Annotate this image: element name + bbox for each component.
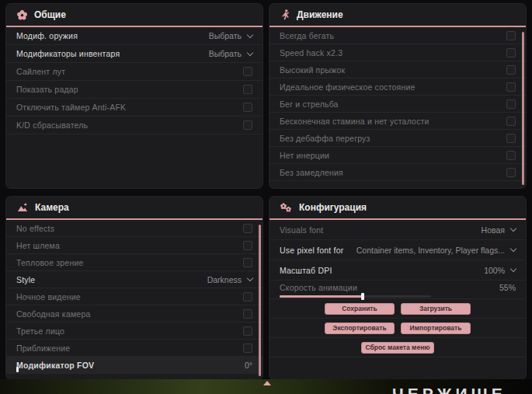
slider-fill <box>280 295 363 298</box>
button-row: Сохранить Загрузить <box>269 299 526 319</box>
setting-label: Показать радар <box>16 85 78 94</box>
checkbox[interactable] <box>506 151 516 160</box>
setting-row: Всегда бегать <box>269 27 526 44</box>
dropdown[interactable]: Container items, Inventory, Player flags… <box>356 246 516 255</box>
setting-label: Модиф. оружия <box>16 31 78 40</box>
setting-row: Нет шлема <box>6 237 263 254</box>
save-button[interactable]: Сохранить <box>325 303 395 315</box>
setting-row: Бег и стрельба <box>269 96 526 113</box>
setting-row: Модиф. оружия Выбрать <box>6 27 263 45</box>
slider-value: 55% <box>499 283 516 292</box>
setting-label: Нет инерции <box>280 151 329 160</box>
setting-row: Use pixel font for Container items, Inve… <box>269 240 526 260</box>
setting-label: Сайлент лут <box>16 67 65 76</box>
animation-speed-row: Скорость анимации 55% <box>269 281 526 299</box>
panel-title: Движение <box>297 9 343 20</box>
panel-general-header: Общие <box>6 4 263 27</box>
checkbox[interactable] <box>506 134 516 143</box>
button-row: Сброс макета меню <box>269 338 526 357</box>
dropdown[interactable]: Darkness <box>207 275 252 284</box>
setting-row: Третье лицо <box>6 323 263 340</box>
checkbox[interactable] <box>243 241 252 250</box>
dropdown[interactable]: Выбрать <box>209 49 252 58</box>
chevron-down-icon <box>247 49 253 55</box>
panel-title: Камера <box>35 202 69 213</box>
setting-label: K/D сбрасыватель <box>16 120 88 130</box>
setting-label: Нет шлема <box>16 241 60 250</box>
setting-row: Нет инерции <box>269 147 526 164</box>
checkbox[interactable] <box>243 103 252 112</box>
animation-speed-slider[interactable] <box>280 295 431 298</box>
checkbox[interactable] <box>243 343 252 353</box>
checkbox[interactable] <box>243 67 252 76</box>
import-button[interactable]: Импортировать <box>401 323 471 334</box>
checkbox[interactable] <box>506 99 516 109</box>
setting-row: Модификаторы инвентаря Выбрать <box>6 45 263 63</box>
setting-row: Бесконечная стамина и нет усталости <box>269 113 526 130</box>
setting-label: Style <box>16 275 35 284</box>
image-icon <box>17 203 28 212</box>
setting-row: Свободная камера <box>6 305 263 323</box>
panel-title: Конфигурация <box>299 202 367 213</box>
cursor-triangle-icon <box>263 381 271 385</box>
setting-label: Модификаторы инвентаря <box>16 49 120 58</box>
setting-label: Высокий прыжок <box>280 65 345 75</box>
panel-title: Общие <box>34 9 66 20</box>
setting-label: Use pixel font for <box>280 246 343 255</box>
checkbox[interactable] <box>243 120 252 130</box>
setting-label: Тепловое зрение <box>16 258 84 267</box>
chevron-down-icon <box>510 246 516 252</box>
setting-label: Третье лицо <box>16 326 64 336</box>
checkbox[interactable] <box>243 326 252 336</box>
setting-row: Тепловое зрение <box>6 254 263 271</box>
dropdown[interactable]: Выбрать <box>209 31 252 40</box>
runner-icon <box>280 9 290 20</box>
chevron-down-icon <box>247 31 253 37</box>
slider-handle[interactable] <box>16 367 19 372</box>
panel-general: Общие Модиф. оружия Выбрать Модификаторы… <box>6 4 263 188</box>
load-button[interactable]: Загрузить <box>401 303 471 315</box>
slider-handle[interactable] <box>361 293 364 300</box>
checkbox[interactable] <box>506 168 516 177</box>
dropdown[interactable]: 100% <box>484 266 516 275</box>
checkbox[interactable] <box>243 292 252 302</box>
checkbox[interactable] <box>506 82 516 92</box>
checkbox[interactable] <box>506 48 516 58</box>
setting-label: Приближение <box>16 343 70 353</box>
setting-label: Speed hack x2.3 <box>280 48 342 58</box>
scrollbar[interactable] <box>259 225 261 376</box>
checkbox[interactable] <box>243 258 252 267</box>
setting-label: Скорость анимации <box>280 283 357 292</box>
setting-row: No effects <box>6 220 263 237</box>
checkbox[interactable] <box>243 309 252 319</box>
setting-label: Всегда бегать <box>280 31 334 40</box>
checkbox[interactable] <box>243 85 252 94</box>
setting-row: Style Darkness <box>6 271 263 288</box>
panel-camera: Камера No effects Нет шлема Тепловое зре… <box>6 197 263 379</box>
chevron-down-icon <box>510 266 516 272</box>
scrollbar[interactable] <box>522 32 524 185</box>
checkbox[interactable] <box>506 31 516 40</box>
setting-row: Без замедления <box>269 164 526 181</box>
watermark-text: ЧЕРЖИШЕ <box>392 385 506 394</box>
setting-label: Свободная камера <box>16 309 90 319</box>
chevron-down-icon <box>510 225 516 232</box>
reset-menu-layout-button[interactable]: Сброс макета меню <box>361 342 434 354</box>
setting-label: Масштаб DPI <box>280 266 332 275</box>
setting-row: Сайлент лут <box>6 63 263 81</box>
setting-label: Бег и стрельба <box>280 99 339 109</box>
button-row: Экспортировать Импортировать <box>269 319 526 338</box>
checkbox[interactable] <box>243 224 252 233</box>
setting-label: Ночное видение <box>16 292 81 302</box>
fov-modifier-row[interactable]: Модификатор FOV 0° <box>6 357 263 374</box>
setting-row: Visuals font Новая <box>269 220 526 240</box>
panel-camera-header: Камера <box>6 197 263 220</box>
setting-row: Масштаб DPI 100% <box>269 260 526 281</box>
setting-label: Visuals font <box>280 225 324 235</box>
setting-label: Без замедления <box>280 168 343 177</box>
checkbox[interactable] <box>506 117 516 126</box>
checkbox[interactable] <box>506 65 516 75</box>
setting-row: K/D сбрасыватель <box>6 117 263 134</box>
export-button[interactable]: Экспортировать <box>325 323 395 334</box>
dropdown[interactable]: Новая <box>482 225 516 235</box>
